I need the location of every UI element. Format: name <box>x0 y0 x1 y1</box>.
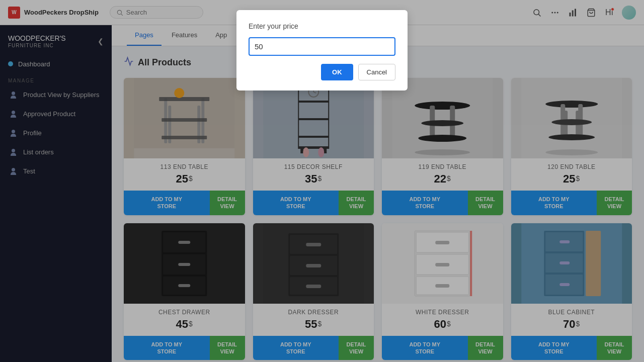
modal-actions: OK Cancel <box>249 64 395 80</box>
modal-overlay[interactable]: Enter your price OK Cancel <box>0 0 644 362</box>
modal-title: Enter your price <box>249 22 395 30</box>
ok-button[interactable]: OK <box>321 64 353 80</box>
price-modal: Enter your price OK Cancel <box>236 10 408 90</box>
price-input[interactable] <box>249 37 395 56</box>
cancel-button[interactable]: Cancel <box>358 64 395 80</box>
